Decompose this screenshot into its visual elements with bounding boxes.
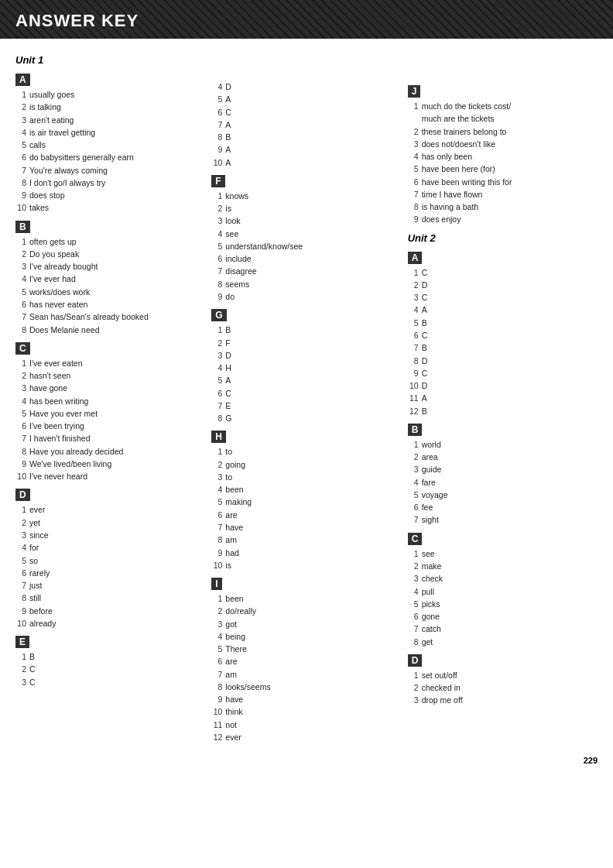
list-item: 5making — [211, 496, 395, 508]
list-item: 3does not/doesn't like — [408, 138, 591, 150]
section-c-label: C — [15, 342, 30, 355]
list-item: 1world — [408, 438, 591, 451]
list-item: 2F — [211, 337, 395, 349]
list-item: 4I've ever had — [15, 273, 199, 285]
list-item: 6include — [211, 252, 395, 265]
list-item: 9before — [15, 605, 199, 617]
unit2-section-a-label: A — [408, 252, 423, 264]
list-item: 2D — [408, 279, 591, 291]
list-item: 8get — [408, 636, 591, 648]
list-item: 8D — [408, 355, 591, 367]
unit2-section-d-label: D — [408, 654, 423, 667]
list-item: 6rarely — [15, 567, 199, 579]
list-item: 2area — [408, 451, 591, 463]
list-item: 8I don't go/I always try — [15, 177, 199, 189]
list-item: 4H — [211, 362, 395, 374]
list-item: 4fare — [408, 476, 591, 489]
list-item: 2these trainers belong to — [408, 125, 591, 138]
section-a-list: 1usually goes 2is talking 3aren't eating… — [15, 88, 199, 214]
list-item: 1see — [408, 547, 591, 560]
section-d-list: 1ever 2yet 3since 4for 5so 6rarely 7just… — [15, 503, 199, 630]
list-item: 5A — [211, 374, 395, 386]
list-item: 7B — [408, 341, 591, 354]
list-item: 3look — [211, 214, 395, 227]
list-item: 8still — [15, 592, 199, 604]
list-item: 6C — [211, 106, 395, 118]
list-item: 7catch — [408, 623, 591, 635]
page-title: ANSWER KEY — [15, 11, 598, 31]
section-a-label: A — [15, 74, 30, 86]
list-item: 1often gets up — [15, 235, 199, 248]
list-item: 2hasn't seen — [15, 369, 199, 382]
list-item: 2going — [211, 458, 395, 471]
list-item: 12B — [408, 405, 591, 417]
list-item: 4is air travel getting — [15, 126, 199, 139]
list-item: 1much do the tickets cost/much are the t… — [408, 100, 591, 125]
list-item: 7Sean has/Sean's already booked — [15, 310, 199, 323]
list-item: 4been — [211, 483, 395, 496]
unit2-section-c-label: C — [408, 533, 423, 545]
list-item: 12ever — [211, 731, 395, 743]
list-item: 2Do you speak — [15, 248, 199, 260]
list-item: 1been — [211, 592, 395, 605]
list-item: 1B — [15, 650, 199, 663]
section-d-label: D — [15, 489, 30, 501]
list-item: 3have gone — [15, 382, 199, 394]
list-item: 10D — [408, 379, 591, 392]
list-item: 7disagree — [211, 265, 395, 277]
list-item: 1I've ever eaten — [15, 357, 199, 369]
section-j-label: J — [408, 85, 421, 98]
list-item: 3to — [211, 471, 395, 483]
list-item: 3got — [211, 618, 395, 630]
list-item: 4has only been — [408, 150, 591, 163]
unit2-section-d-list: 1set out/off 2checked in 3drop me off — [408, 669, 591, 707]
list-item: 5calls — [15, 139, 199, 151]
list-item: 2is — [211, 202, 395, 214]
list-item: 1C — [408, 266, 591, 279]
list-item: 8Have you already decided — [15, 445, 199, 458]
column-2: 4D 5A 6C 7A 8B 9A 10A F 1knows 2is 3look… — [205, 48, 401, 745]
list-item: 4A — [408, 304, 591, 316]
list-item: 6fee — [408, 501, 591, 513]
list-item: 1usually goes — [15, 88, 199, 101]
list-item: 3check — [408, 572, 591, 585]
section-h-label: H — [211, 431, 226, 443]
list-item: 10already — [15, 617, 199, 630]
column-3: J 1much do the tickets cost/much are the… — [402, 48, 598, 745]
list-item: 2is talking — [15, 101, 199, 113]
list-item: 4being — [211, 630, 395, 643]
section-c-list: 1I've ever eaten 2hasn't seen 3have gone… — [15, 357, 199, 483]
section-j-list: 1much do the tickets cost/much are the t… — [408, 100, 591, 226]
list-item: 3guide — [408, 463, 591, 475]
list-item: 1set out/off — [408, 669, 591, 681]
unit2-section-c-list: 1see 2make 3check 4pull 5picks 6gone 7ca… — [408, 547, 591, 648]
list-item: 6C — [211, 387, 395, 400]
page-number: 229 — [0, 748, 613, 773]
section-f-list: 1knows 2is 3look 4see 5understand/know/s… — [211, 190, 395, 303]
unit2-title: Unit 2 — [408, 232, 591, 244]
list-item: 5so — [15, 554, 199, 567]
list-item: 7A — [211, 118, 395, 131]
list-item: 2yet — [15, 516, 199, 529]
column-1: Unit 1 A 1usually goes 2is talking 3aren… — [15, 48, 205, 745]
list-item: 9C — [408, 367, 591, 379]
list-item: 11A — [408, 392, 591, 404]
list-item: 6are — [211, 655, 395, 667]
list-item: 5picks — [408, 598, 591, 610]
list-item: 6has never eaten — [15, 298, 199, 310]
list-item: 4pull — [408, 585, 591, 598]
section-e-list: 1B 2C 3C — [15, 650, 199, 688]
unit2-section-b-list: 1world 2area 3guide 4fare 5voyage 6fee 7… — [408, 438, 591, 527]
list-item: 6are — [211, 509, 395, 521]
list-item: 5There — [211, 643, 395, 655]
list-item: 1knows — [211, 190, 395, 202]
list-item: 10A — [211, 156, 395, 169]
list-item: 9A — [211, 143, 395, 156]
unit2-section-b-label: B — [408, 424, 423, 436]
list-item: 5works/does work — [15, 286, 199, 298]
list-item: 9have — [211, 693, 395, 705]
list-item: 10I've never heard — [15, 470, 199, 482]
list-item: 1ever — [15, 503, 199, 516]
list-item: 7time I have flown — [408, 188, 591, 201]
list-item: 8looks/seems — [211, 681, 395, 693]
